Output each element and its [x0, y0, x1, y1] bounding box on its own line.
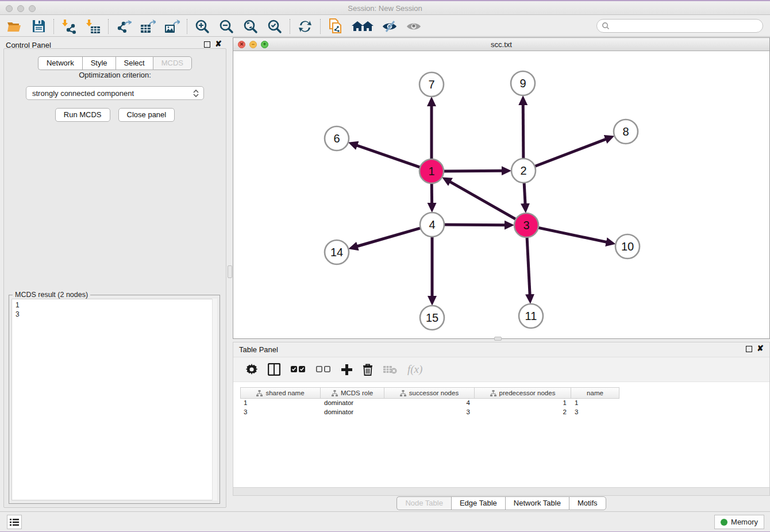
graph-edges[interactable]: [356, 104, 607, 297]
import-table-button[interactable]: [83, 18, 103, 35]
network-view-window: ✕ − + scc.txt 7968124314101511: [233, 37, 770, 339]
node-table-header: shared name MCDS role successor nodes pr…: [240, 387, 619, 399]
save-floppy-icon: [32, 20, 45, 33]
delete-column-button[interactable]: [363, 364, 373, 376]
memory-label: Memory: [731, 518, 758, 526]
tab-network-table[interactable]: Network Table: [505, 496, 569, 510]
network-canvas[interactable]: 7968124314101511: [233, 51, 769, 338]
column-header-predecessor-nodes[interactable]: predecessor nodes: [475, 387, 571, 399]
zoom-in-icon: [195, 19, 210, 34]
mcds-result-scrollbar[interactable]: [212, 299, 217, 500]
close-panel-icon[interactable]: ✘: [215, 40, 222, 48]
import-table-icon: [86, 19, 101, 34]
home-button[interactable]: [350, 18, 375, 35]
criterion-dropdown[interactable]: strongly connected component: [26, 86, 204, 100]
graph-edge-3-10[interactable]: [537, 228, 607, 242]
column-header-mcds-role[interactable]: MCDS role: [321, 387, 384, 399]
tab-mcds[interactable]: MCDS: [153, 56, 192, 70]
tab-style[interactable]: Style: [82, 56, 116, 70]
copy-network-icon: [328, 18, 343, 34]
copy-network-button[interactable]: [326, 18, 345, 35]
float-panel-icon[interactable]: [204, 41, 210, 48]
status-bar: Memory: [0, 511, 770, 532]
graph-node-label-15: 15: [426, 311, 438, 324]
export-image-button[interactable]: [162, 18, 182, 35]
export-table-button[interactable]: [138, 18, 157, 35]
table-row[interactable]: 3 dominator 3 2 3: [240, 408, 619, 417]
import-network-button[interactable]: [59, 18, 79, 35]
graph-edge-4-3[interactable]: [443, 225, 506, 225]
close-panel-button[interactable]: Close panel: [118, 108, 175, 122]
search-icon: [602, 22, 610, 30]
table-float-panel-icon[interactable]: [746, 346, 752, 352]
control-panel: Control Panel ✘ Network Style Select MCD…: [1, 38, 229, 509]
network-window-title: scc.txt: [233, 40, 769, 49]
column-header-successor-nodes[interactable]: successor nodes: [384, 387, 475, 399]
select-all-columns-button[interactable]: [291, 366, 306, 373]
eye-icon: [406, 20, 422, 33]
zoom-selected-icon: [267, 19, 282, 34]
table-close-panel-icon[interactable]: ✘: [757, 344, 764, 352]
graph-edge-2-3[interactable]: [524, 182, 525, 205]
zoom-out-button[interactable]: [217, 18, 236, 35]
graph-edge-2-9[interactable]: [523, 104, 523, 160]
control-panel-tabs: Network Style Select MCDS: [1, 56, 229, 70]
vertical-splitter-grip[interactable]: [228, 265, 232, 278]
column-header-shared-name[interactable]: shared name: [240, 387, 321, 399]
mcds-result-text[interactable]: 1 3: [11, 299, 217, 500]
export-image-icon: [164, 19, 180, 34]
table-row[interactable]: 1 dominator 4 1 1: [240, 399, 619, 408]
memory-button[interactable]: Memory: [714, 515, 764, 529]
export-table-icon: [140, 19, 156, 34]
mcds-result-group: MCDS result (2 nodes) 1 3: [9, 295, 220, 504]
graph-edge-1-6[interactable]: [356, 145, 421, 168]
function-builder-button[interactable]: f(x): [407, 363, 422, 376]
graph-node-label-7: 7: [428, 78, 434, 91]
hide-selected-button[interactable]: [380, 18, 399, 35]
graph-node-label-2: 2: [520, 164, 526, 177]
network-window-titlebar[interactable]: ✕ − + scc.txt: [233, 38, 769, 51]
table-tabs: Node Table Edge Table Network Table Moti…: [233, 496, 770, 510]
eye-slash-icon: [382, 20, 398, 33]
show-all-button[interactable]: [404, 18, 424, 35]
zoom-fit-icon: [243, 19, 258, 34]
search-input[interactable]: [596, 19, 763, 33]
refresh-button[interactable]: [295, 18, 315, 35]
tab-edge-table[interactable]: Edge Table: [451, 496, 505, 510]
delete-table-button[interactable]: [383, 365, 397, 374]
tab-select[interactable]: Select: [116, 56, 153, 70]
open-file-button[interactable]: [5, 18, 24, 35]
deselect-all-columns-button[interactable]: [316, 366, 331, 373]
tab-node-table[interactable]: Node Table: [396, 496, 451, 510]
houses-icon: [351, 20, 374, 33]
column-header-name[interactable]: name: [571, 387, 619, 399]
graph-edge-1-2[interactable]: [442, 171, 503, 171]
table-toolbar: f(x): [233, 357, 769, 382]
tab-motifs[interactable]: Motifs: [569, 496, 606, 510]
run-mcds-button[interactable]: Run MCDS: [55, 108, 110, 122]
zoom-in-button[interactable]: [192, 18, 212, 35]
table-panel-footer: [233, 487, 769, 495]
save-session-button[interactable]: [29, 18, 48, 35]
graph-node-label-1: 1: [428, 165, 434, 178]
table-settings-button[interactable]: [246, 364, 257, 375]
add-column-button[interactable]: [341, 364, 352, 375]
refresh-icon: [298, 19, 313, 34]
task-history-button[interactable]: [7, 515, 22, 529]
window-titlebar: Session: New Session: [0, 0, 770, 15]
zoom-fit-button[interactable]: [241, 18, 260, 35]
optimization-criterion-label: Optimization criterion:: [4, 71, 226, 79]
import-network-icon: [61, 19, 76, 34]
graph-edge-3-1[interactable]: [449, 182, 517, 220]
graph-edge-3-11[interactable]: [527, 236, 530, 295]
horizontal-splitter-grip[interactable]: [494, 337, 502, 341]
zoom-selected-button[interactable]: [265, 18, 284, 35]
column-layout-button[interactable]: [268, 363, 280, 376]
export-network-button[interactable]: [114, 18, 133, 35]
graph-node-label-10: 10: [621, 240, 634, 253]
graph-edge-2-8[interactable]: [534, 139, 607, 167]
graph-node-label-4: 4: [429, 218, 435, 231]
node-table: shared name MCDS role successor nodes pr…: [240, 387, 619, 417]
tab-network[interactable]: Network: [38, 56, 82, 70]
graph-edge-4-14[interactable]: [357, 228, 422, 246]
